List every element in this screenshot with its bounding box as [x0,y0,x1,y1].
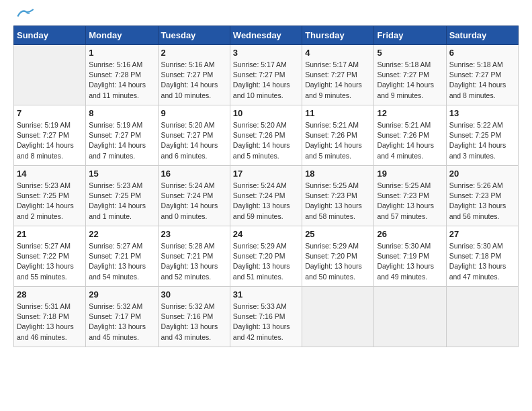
day-info: Sunrise: 5:26 AM Sunset: 7:23 PM Dayligh… [449,181,515,222]
day-info: Sunrise: 5:32 AM Sunset: 7:17 PM Dayligh… [89,302,154,342]
day-info: Sunrise: 5:19 AM Sunset: 7:27 PM Dayligh… [17,120,83,161]
calendar-cell: 10Sunrise: 5:20 AM Sunset: 7:26 PM Dayli… [230,105,302,166]
day-number: 17 [233,169,299,179]
day-info: Sunrise: 5:18 AM Sunset: 7:27 PM Dayligh… [377,60,443,101]
calendar-cell: 22Sunrise: 5:27 AM Sunset: 7:21 PM Dayli… [86,226,158,287]
calendar-cell: 24Sunrise: 5:29 AM Sunset: 7:20 PM Dayli… [230,226,302,287]
header-tuesday: Tuesday [158,26,230,45]
calendar-cell: 27Sunrise: 5:30 AM Sunset: 7:18 PM Dayli… [446,226,518,287]
logo [13,13,35,20]
calendar-cell: 5Sunrise: 5:18 AM Sunset: 7:27 PM Daylig… [374,45,446,105]
page-header [13,13,519,20]
header-saturday: Saturday [446,26,518,45]
calendar-week-row: 14Sunrise: 5:23 AM Sunset: 7:25 PM Dayli… [14,166,519,226]
day-info: Sunrise: 5:31 AM Sunset: 7:18 PM Dayligh… [17,302,83,342]
day-info: Sunrise: 5:27 AM Sunset: 7:22 PM Dayligh… [17,241,83,282]
calendar-cell: 14Sunrise: 5:23 AM Sunset: 7:25 PM Dayli… [14,166,86,226]
day-info: Sunrise: 5:19 AM Sunset: 7:27 PM Dayligh… [89,120,154,161]
day-info: Sunrise: 5:27 AM Sunset: 7:21 PM Dayligh… [89,241,154,282]
day-info: Sunrise: 5:25 AM Sunset: 7:23 PM Dayligh… [377,181,443,222]
day-number: 22 [89,229,154,239]
calendar-cell: 11Sunrise: 5:21 AM Sunset: 7:26 PM Dayli… [302,105,374,166]
day-info: Sunrise: 5:23 AM Sunset: 7:25 PM Dayligh… [17,181,83,222]
calendar-cell: 29Sunrise: 5:32 AM Sunset: 7:17 PM Dayli… [86,287,158,347]
day-number: 21 [17,229,83,239]
calendar-cell: 8Sunrise: 5:19 AM Sunset: 7:27 PM Daylig… [86,105,158,166]
day-number: 10 [233,108,299,118]
day-info: Sunrise: 5:17 AM Sunset: 7:27 PM Dayligh… [233,60,299,101]
calendar-cell [14,45,86,105]
day-number: 9 [161,108,227,118]
calendar-cell: 2Sunrise: 5:16 AM Sunset: 7:27 PM Daylig… [158,45,230,105]
calendar-cell: 28Sunrise: 5:31 AM Sunset: 7:18 PM Dayli… [14,287,86,347]
day-info: Sunrise: 5:20 AM Sunset: 7:27 PM Dayligh… [161,120,227,161]
header-sunday: Sunday [14,26,86,45]
calendar-cell: 25Sunrise: 5:29 AM Sunset: 7:20 PM Dayli… [302,226,374,287]
day-info: Sunrise: 5:25 AM Sunset: 7:23 PM Dayligh… [305,181,371,222]
calendar-cell: 13Sunrise: 5:22 AM Sunset: 7:25 PM Dayli… [446,105,518,166]
day-number: 23 [161,229,227,239]
calendar-cell: 18Sunrise: 5:25 AM Sunset: 7:23 PM Dayli… [302,166,374,226]
calendar-cell [374,287,446,347]
day-info: Sunrise: 5:23 AM Sunset: 7:25 PM Dayligh… [89,181,154,222]
day-info: Sunrise: 5:17 AM Sunset: 7:27 PM Dayligh… [305,60,371,101]
day-number: 31 [233,289,299,300]
calendar-cell [302,287,374,347]
day-info: Sunrise: 5:18 AM Sunset: 7:27 PM Dayligh… [449,60,515,101]
day-info: Sunrise: 5:24 AM Sunset: 7:24 PM Dayligh… [233,181,299,222]
day-number: 25 [305,229,371,239]
day-number: 2 [161,48,227,58]
day-info: Sunrise: 5:29 AM Sunset: 7:20 PM Dayligh… [233,241,299,282]
day-number: 7 [17,108,83,118]
day-number: 28 [17,289,83,300]
calendar-week-row: 21Sunrise: 5:27 AM Sunset: 7:22 PM Dayli… [14,226,519,287]
day-number: 1 [89,48,154,58]
day-number: 11 [305,108,371,118]
calendar-cell: 3Sunrise: 5:17 AM Sunset: 7:27 PM Daylig… [230,45,302,105]
calendar-cell: 15Sunrise: 5:23 AM Sunset: 7:25 PM Dayli… [86,166,158,226]
day-number: 30 [161,289,227,300]
day-number: 4 [305,48,371,58]
day-info: Sunrise: 5:28 AM Sunset: 7:21 PM Dayligh… [161,241,227,282]
day-info: Sunrise: 5:16 AM Sunset: 7:28 PM Dayligh… [89,60,154,101]
day-number: 20 [449,169,515,179]
calendar-cell: 30Sunrise: 5:32 AM Sunset: 7:16 PM Dayli… [158,287,230,347]
day-number: 13 [449,108,515,118]
calendar-cell: 4Sunrise: 5:17 AM Sunset: 7:27 PM Daylig… [302,45,374,105]
calendar-cell: 31Sunrise: 5:33 AM Sunset: 7:16 PM Dayli… [230,287,302,347]
calendar-cell: 17Sunrise: 5:24 AM Sunset: 7:24 PM Dayli… [230,166,302,226]
calendar-cell: 19Sunrise: 5:25 AM Sunset: 7:23 PM Dayli… [374,166,446,226]
day-info: Sunrise: 5:30 AM Sunset: 7:19 PM Dayligh… [377,241,443,282]
day-info: Sunrise: 5:33 AM Sunset: 7:16 PM Dayligh… [233,302,299,342]
day-number: 18 [305,169,371,179]
calendar-cell: 20Sunrise: 5:26 AM Sunset: 7:23 PM Dayli… [446,166,518,226]
calendar-cell: 21Sunrise: 5:27 AM Sunset: 7:22 PM Dayli… [14,226,86,287]
calendar-cell: 1Sunrise: 5:16 AM Sunset: 7:28 PM Daylig… [86,45,158,105]
day-info: Sunrise: 5:30 AM Sunset: 7:18 PM Dayligh… [449,241,515,282]
day-number: 29 [89,289,154,300]
day-number: 3 [233,48,299,58]
calendar-cell: 26Sunrise: 5:30 AM Sunset: 7:19 PM Dayli… [374,226,446,287]
day-number: 19 [377,169,443,179]
day-number: 8 [89,108,154,118]
day-number: 26 [377,229,443,239]
calendar-table: SundayMondayTuesdayWednesdayThursdayFrid… [13,26,519,347]
calendar-cell: 23Sunrise: 5:28 AM Sunset: 7:21 PM Dayli… [158,226,230,287]
day-number: 5 [377,48,443,58]
calendar-cell: 9Sunrise: 5:20 AM Sunset: 7:27 PM Daylig… [158,105,230,166]
header-friday: Friday [374,26,446,45]
day-number: 24 [233,229,299,239]
calendar-week-row: 7Sunrise: 5:19 AM Sunset: 7:27 PM Daylig… [14,105,519,166]
day-info: Sunrise: 5:21 AM Sunset: 7:26 PM Dayligh… [377,120,443,161]
day-info: Sunrise: 5:24 AM Sunset: 7:24 PM Dayligh… [161,181,227,222]
day-number: 6 [449,48,515,58]
day-number: 15 [89,169,154,179]
day-number: 12 [377,108,443,118]
day-info: Sunrise: 5:32 AM Sunset: 7:16 PM Dayligh… [161,302,227,342]
calendar-cell: 7Sunrise: 5:19 AM Sunset: 7:27 PM Daylig… [14,105,86,166]
header-wednesday: Wednesday [230,26,302,45]
day-number: 27 [449,229,515,239]
logo-bird-icon [16,8,35,20]
day-info: Sunrise: 5:16 AM Sunset: 7:27 PM Dayligh… [161,60,227,101]
day-info: Sunrise: 5:29 AM Sunset: 7:20 PM Dayligh… [305,241,371,282]
